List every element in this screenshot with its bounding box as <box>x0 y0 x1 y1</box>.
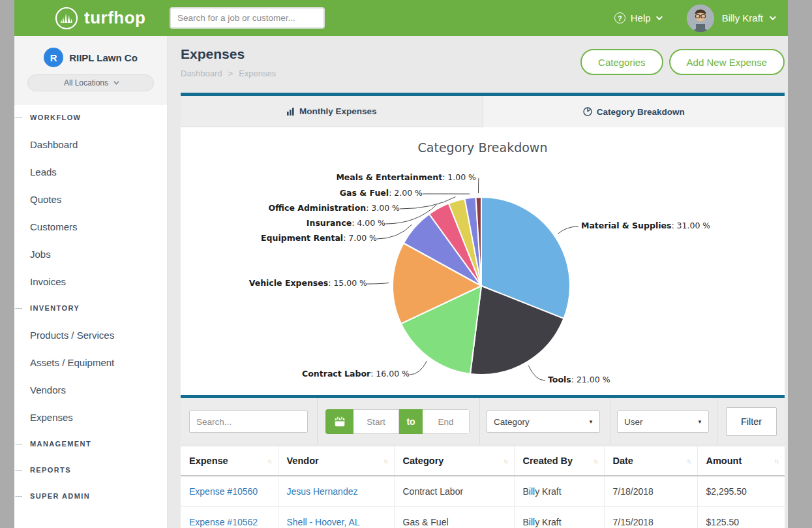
sidebar-item-dashboard[interactable]: Dashboard <box>14 131 167 158</box>
pie-leader-line <box>528 365 545 380</box>
sidebar-item-products-services[interactable]: Products / Services <box>14 321 167 349</box>
created-by-cell: Billy Kraft <box>514 476 604 506</box>
sidebar-item-vendors[interactable]: Vendors <box>14 376 167 403</box>
column-header-date[interactable]: Date↑↓ <box>604 446 697 476</box>
sort-icon[interactable]: ↑↓ <box>267 458 271 465</box>
add-new-expense-button[interactable]: Add New Expense <box>669 49 785 75</box>
pie-callout-label: Tools21.00 % <box>548 375 610 384</box>
global-search-input[interactable] <box>170 7 325 29</box>
category-select[interactable]: Category ▼ <box>487 411 600 433</box>
chart-title: Category Breakdown <box>181 140 785 155</box>
tab-monthly-expenses[interactable]: Monthly Expenses <box>181 96 483 127</box>
calendar-button[interactable] <box>325 409 353 434</box>
column-header-created-by[interactable]: Created By↑↓ <box>514 446 604 476</box>
page-title: Expenses <box>181 46 245 62</box>
sidebar-section-inventory[interactable]: --- INVENTORY <box>14 295 167 321</box>
vendor-link[interactable]: Shell - Hoover, AL <box>287 517 360 527</box>
sidebar-item-customers[interactable]: Customers <box>14 213 167 240</box>
locations-dropdown[interactable]: All Locations <box>27 74 154 91</box>
sidebar-item-assets-equipment[interactable]: Assets / Equipment <box>14 349 167 376</box>
category-cell: Contract Labor <box>394 476 514 506</box>
column-header-amount[interactable]: Amount↑↓ <box>697 446 785 476</box>
column-header-category[interactable]: Category↑↓ <box>394 446 514 476</box>
section-dash-icon: --- <box>15 439 22 447</box>
sort-icon[interactable]: ↑↓ <box>687 458 691 465</box>
screen-edge-right <box>788 0 812 528</box>
chevron-down-icon <box>656 14 663 20</box>
breadcrumb: Dashboard > Expenses <box>181 69 276 78</box>
help-label: Help <box>631 12 651 23</box>
sidebar-item-expenses[interactable]: Expenses <box>14 403 167 431</box>
calendar-icon <box>333 415 346 428</box>
pie-callout-label: Office Administration3.00 % <box>268 203 400 213</box>
categories-button[interactable]: Categories <box>580 49 663 75</box>
pie-callout-label: Equipment Rental7.00 % <box>261 233 377 243</box>
user-avatar[interactable] <box>687 5 714 32</box>
divider <box>717 398 717 444</box>
sidebar-section-reports[interactable]: --- REPORTS <box>14 457 167 483</box>
date-cell: 7/18/2018 <box>604 476 697 506</box>
section-dash-icon: --- <box>15 303 22 311</box>
sort-icon[interactable]: ↑↓ <box>504 458 507 465</box>
divider <box>479 398 480 444</box>
date-cell: 7/15/2018 <box>604 506 697 528</box>
vendor-link[interactable]: Jesus Hernandez <box>287 486 358 497</box>
app-window: turfhop ? Help Billy <box>14 0 788 528</box>
sort-icon[interactable]: ↑↓ <box>774 458 778 465</box>
sidebar-item-leads[interactable]: Leads <box>14 158 167 185</box>
pie-leader-line <box>367 283 389 285</box>
pie-leader-line <box>410 361 427 375</box>
category-breakdown-chart: Category Breakdown Meals & Entertainment… <box>181 127 785 395</box>
brand-name: turfhop <box>84 8 145 28</box>
expense-link[interactable]: Expense #10562 <box>189 517 258 527</box>
select-arrow-icon: ▼ <box>588 419 594 425</box>
chevron-down-icon[interactable] <box>770 14 776 20</box>
expense-search-input[interactable] <box>189 411 308 433</box>
main-content: Expenses Dashboard > Expenses Categories… <box>168 36 788 528</box>
chevron-down-icon <box>113 79 119 84</box>
date-range-group: to <box>325 409 470 434</box>
section-dash-icon: --- <box>15 113 22 121</box>
top-bar: turfhop ? Help Billy <box>14 0 788 36</box>
turfhop-logo[interactable]: turfhop <box>55 0 145 36</box>
table-row: Expense #10560 Jesus Hernandez Contract … <box>181 476 785 506</box>
help-menu[interactable]: ? Help <box>614 12 661 23</box>
filter-bar: to Category ▼ User ▼ Filter <box>181 398 785 444</box>
start-date-input[interactable] <box>353 409 399 434</box>
sidebar-item-quotes[interactable]: Quotes <box>14 185 167 213</box>
created-by-cell: Billy Kraft <box>514 506 604 528</box>
user-name: Billy Kraft <box>722 12 763 23</box>
screen-edge-left <box>0 0 14 528</box>
end-date-input[interactable] <box>423 409 470 434</box>
avatar-photo <box>687 5 714 32</box>
sidebar-section-workflow[interactable]: --- WORKFLOW <box>14 104 167 131</box>
page-header: Expenses Dashboard > Expenses Categories… <box>181 36 785 93</box>
sidebar-item-invoices[interactable]: Invoices <box>14 268 167 295</box>
pie-callout-label: Insurance4.00 % <box>307 218 385 228</box>
section-dash-icon: --- <box>15 491 22 499</box>
filter-button[interactable]: Filter <box>726 407 777 436</box>
sort-icon[interactable]: ↑↓ <box>383 458 387 465</box>
date-to-label: to <box>399 409 423 434</box>
breadcrumb-dashboard[interactable]: Dashboard <box>181 69 222 78</box>
divider <box>610 398 610 444</box>
table-header-row: Expense↑↓ Vendor↑↓ Category↑↓ Created By… <box>181 446 785 476</box>
expense-link[interactable]: Expense #10560 <box>189 486 258 497</box>
sidebar-item-jobs[interactable]: Jobs <box>14 240 167 268</box>
table-row: Expense #10562 Shell - Hoover, AL Gas & … <box>181 506 785 528</box>
pie-callout-label: Vehicle Expenses15.00 % <box>249 278 367 288</box>
sidebar-section-super-admin[interactable]: --- SUPER ADMIN <box>14 483 167 509</box>
pie-callout-label: Contract Labor16.00 % <box>302 369 410 379</box>
user-select[interactable]: User ▼ <box>617 411 709 433</box>
divider <box>317 398 318 444</box>
sort-icon[interactable]: ↑↓ <box>594 458 597 465</box>
tab-category-breakdown[interactable]: Category Breakdown <box>483 96 785 127</box>
company-row[interactable]: R RIIPL Lawn Co <box>14 36 167 67</box>
help-icon: ? <box>614 12 625 23</box>
pie-leader-line <box>479 178 479 193</box>
column-header-vendor[interactable]: Vendor↑↓ <box>278 446 394 476</box>
pie-callout-label: Meals & Entertainment1.00 % <box>336 172 476 182</box>
column-header-expense[interactable]: Expense↑↓ <box>181 446 278 476</box>
sidebar-section-management[interactable]: --- MANAGEMENT <box>14 431 167 457</box>
category-pie-chart[interactable] <box>181 127 785 395</box>
